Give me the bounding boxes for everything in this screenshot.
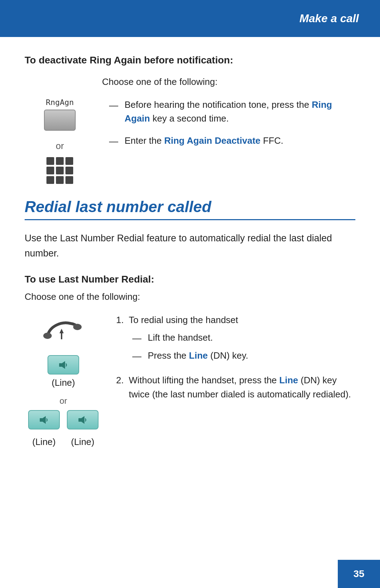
svg-rect-4 bbox=[59, 363, 62, 367]
speaker-icon-1 bbox=[58, 360, 69, 370]
ring-again-key-button bbox=[44, 110, 76, 131]
line-key-button-1 bbox=[48, 355, 79, 375]
bullet-item-2: — Enter the Ring Again Deactivate FFC. bbox=[109, 134, 355, 148]
highlight-line-1: Line bbox=[189, 350, 208, 361]
sub-bullet-1: — Lift the handset. bbox=[132, 331, 355, 345]
keypad-dot bbox=[56, 167, 64, 174]
section1-heading: To deactivate Ring Again before notifica… bbox=[25, 55, 355, 66]
keypad-grid bbox=[46, 157, 73, 184]
svg-rect-8 bbox=[78, 418, 81, 422]
section-divider: Redial last number called bbox=[25, 198, 355, 220]
two-line-keys bbox=[28, 410, 99, 432]
section2-title: Redial last number called bbox=[25, 198, 211, 215]
highlight-line-2: Line bbox=[279, 375, 298, 385]
item1-text: To redial using the handset bbox=[129, 315, 238, 325]
redial-right-instructions: 1. To redial using the handset — Lift th… bbox=[102, 313, 355, 411]
dash-icon-1: — bbox=[109, 99, 118, 112]
section2-subheading: To use Last Number Redial: bbox=[25, 274, 355, 285]
numbered-item-2: 2. Without lifting the handset, press th… bbox=[116, 373, 355, 402]
dash-icon-3: — bbox=[132, 332, 141, 345]
keypad-dot bbox=[46, 176, 54, 184]
svg-marker-3 bbox=[59, 329, 64, 333]
header-bar: Make a call bbox=[0, 0, 380, 37]
svg-rect-6 bbox=[40, 418, 43, 422]
section2-body: Use the Last Number Redial feature to au… bbox=[25, 231, 355, 261]
keypad-dot bbox=[65, 157, 73, 165]
section2-choose-text: Choose one of the following: bbox=[25, 291, 355, 302]
footer: 35 bbox=[338, 560, 380, 588]
handset-icon bbox=[42, 316, 84, 341]
svg-marker-5 bbox=[62, 361, 65, 369]
rngagn-label: RngAgn bbox=[46, 98, 74, 107]
line-label-single: (Line) bbox=[52, 377, 75, 388]
keypad-dot bbox=[56, 157, 64, 165]
speaker-icon-3 bbox=[77, 415, 88, 425]
section1-choose-text: Choose one of the following: bbox=[102, 76, 355, 87]
num-content-1: To redial using the handset — Lift the h… bbox=[129, 313, 355, 363]
sub-bullet-2: — Press the Line (DN) key. bbox=[132, 349, 355, 363]
highlight-ring-again: Ring Again bbox=[125, 99, 332, 124]
dash-icon-2: — bbox=[109, 135, 118, 148]
or-text-1: or bbox=[56, 141, 64, 151]
keypad-dot bbox=[56, 176, 64, 184]
keypad-dot bbox=[65, 176, 73, 184]
keypad-dot bbox=[46, 167, 54, 174]
or-text-2: or bbox=[59, 396, 67, 406]
right-bullets: — Before hearing the notification tone, … bbox=[95, 94, 355, 157]
line-label-2: (Line) bbox=[67, 437, 99, 447]
left-icons: RngAgn or bbox=[25, 94, 95, 184]
sub-text-1: Lift the handset. bbox=[148, 331, 213, 345]
deactivate-layout: RngAgn or — Before hearing the notificat… bbox=[25, 94, 355, 184]
numbered-item-1: 1. To redial using the handset — Lift th… bbox=[116, 313, 355, 363]
line-label-1: (Line) bbox=[28, 437, 60, 447]
bullet-text-1: Before hearing the notification tone, pr… bbox=[125, 98, 355, 125]
keypad-dot bbox=[46, 157, 54, 165]
redial-layout: (Line) or bbox=[25, 313, 355, 447]
num-content-2: Without lifting the handset, press the L… bbox=[129, 373, 355, 402]
main-content: To deactivate Ring Again before notifica… bbox=[0, 37, 380, 469]
line-key-button-2 bbox=[28, 410, 60, 429]
sub-text-2: Press the Line (DN) key. bbox=[148, 349, 248, 363]
svg-marker-9 bbox=[81, 416, 84, 424]
line-labels-row: (Line) (Line) bbox=[28, 437, 99, 447]
highlight-ring-again-deactivate: Ring Again Deactivate bbox=[164, 135, 261, 146]
dash-icon-4: — bbox=[132, 349, 141, 363]
redial-left-icons: (Line) or bbox=[25, 313, 102, 447]
svg-point-0 bbox=[43, 333, 52, 339]
num-label-1: 1. bbox=[116, 313, 129, 327]
item2-text: Without lifting the handset, press the L… bbox=[129, 375, 351, 400]
bullet-item-1: — Before hearing the notification tone, … bbox=[109, 98, 355, 125]
line-key-button-3 bbox=[67, 410, 99, 429]
keypad-dot bbox=[65, 167, 73, 174]
svg-marker-7 bbox=[43, 416, 46, 424]
speaker-icon-2 bbox=[39, 415, 49, 425]
bullet-text-2: Enter the Ring Again Deactivate FFC. bbox=[125, 134, 283, 148]
page-number: 35 bbox=[353, 568, 364, 580]
svg-point-1 bbox=[73, 324, 82, 330]
num-label-2: 2. bbox=[116, 373, 129, 387]
header-title: Make a call bbox=[299, 12, 359, 25]
